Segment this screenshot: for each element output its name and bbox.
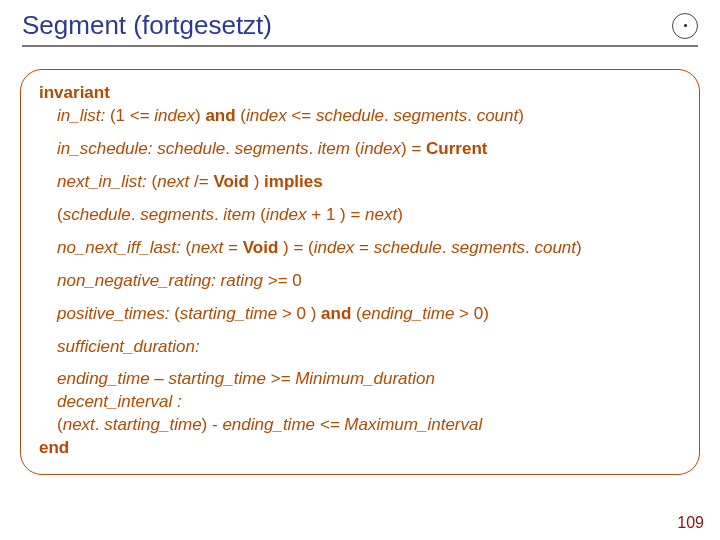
clause-token: decent_interval : bbox=[57, 392, 182, 411]
clause-token: item bbox=[318, 139, 355, 158]
clause-token: . bbox=[467, 106, 476, 125]
clause-token: . bbox=[214, 205, 223, 224]
slide: Segment (fortgesetzt) invariant in_list:… bbox=[0, 0, 720, 540]
clause-token: . bbox=[308, 139, 317, 158]
clause-token: Void bbox=[213, 172, 253, 191]
clause-token: = bbox=[228, 238, 243, 257]
invariant-clause: (next. starting_time) - ending_time <= M… bbox=[57, 414, 681, 437]
clause-token: index bbox=[314, 238, 359, 257]
invariant-clause: non_negative_rating: rating >= 0 bbox=[57, 270, 681, 293]
clause-token: segments bbox=[393, 106, 467, 125]
clause-token: ) - bbox=[202, 415, 223, 434]
invariant-clause: decent_interval : bbox=[57, 391, 681, 414]
clause-token: . bbox=[442, 238, 451, 257]
clause-token: schedule bbox=[63, 205, 131, 224]
clause-token: > 0 ) bbox=[282, 304, 321, 323]
clause-token: ) bbox=[576, 238, 582, 257]
clause-token: in_list: bbox=[57, 106, 110, 125]
slide-title: Segment (fortgesetzt) bbox=[22, 10, 272, 41]
clause-token: >= 0 bbox=[268, 271, 302, 290]
clause-token: schedule bbox=[374, 238, 442, 257]
clause-token: ) bbox=[518, 106, 524, 125]
clause-token: . bbox=[525, 238, 534, 257]
clause-token: schedule bbox=[316, 106, 384, 125]
clause-token: implies bbox=[264, 172, 323, 191]
clause-token: segments bbox=[451, 238, 525, 257]
clause-token: = bbox=[359, 238, 374, 257]
invariant-clause: in_schedule: schedule. segments. item (i… bbox=[57, 138, 681, 161]
clause-token: next_in_list: bbox=[57, 172, 152, 191]
clause-token: . bbox=[95, 415, 104, 434]
clause-token: positive_times: bbox=[57, 304, 174, 323]
clause-token: <= bbox=[287, 106, 316, 125]
clause-token: no_next_iff_last: bbox=[57, 238, 186, 257]
clause-token: in_schedule: schedule bbox=[57, 139, 225, 158]
clause-token: count bbox=[477, 106, 519, 125]
clause-token: ( bbox=[351, 304, 361, 323]
clause-token: + 1 ) = bbox=[311, 205, 365, 224]
clause-token: /= bbox=[194, 172, 213, 191]
clause-token: . bbox=[131, 205, 140, 224]
clause-token: next bbox=[365, 205, 397, 224]
clause-token: ending_time <= Maximum_interval bbox=[222, 415, 482, 434]
clause-token: starting_time bbox=[104, 415, 201, 434]
clause-token: next bbox=[191, 238, 228, 257]
clause-token: segments bbox=[140, 205, 214, 224]
clause-token: ending_time – starting_time >= Minimum_d… bbox=[57, 369, 435, 388]
invariant-clause: positive_times: (starting_time > 0 ) and… bbox=[57, 303, 681, 326]
clause-token: segments bbox=[235, 139, 309, 158]
clause-token: index bbox=[266, 205, 311, 224]
clause-token: . bbox=[225, 139, 234, 158]
clause-token: ) = ( bbox=[283, 238, 314, 257]
title-row: Segment (fortgesetzt) bbox=[22, 10, 698, 47]
clause-token: = bbox=[407, 139, 426, 158]
clause-token: index bbox=[360, 139, 401, 158]
invariant-clause: in_list: (1 <= index) and (index <= sche… bbox=[57, 105, 681, 128]
clause-token: index bbox=[246, 106, 287, 125]
clause-token: and bbox=[205, 106, 235, 125]
invariant-clause: ending_time – starting_time >= Minimum_d… bbox=[57, 368, 681, 391]
clause-token: count bbox=[534, 238, 576, 257]
clause-token: (1 <= bbox=[110, 106, 154, 125]
clause-token: next bbox=[63, 415, 95, 434]
clause-token: sufficient_duration: bbox=[57, 337, 200, 356]
invariant-clauses: in_list: (1 <= index) and (index <= sche… bbox=[39, 105, 681, 437]
clause-token: next bbox=[157, 172, 194, 191]
clause-token: ending_time bbox=[362, 304, 459, 323]
invariant-keyword: invariant bbox=[39, 82, 681, 105]
invariant-clause: next_in_list: (next /= Void ) implies bbox=[57, 171, 681, 194]
clause-token: item bbox=[223, 205, 260, 224]
clause-token: ) bbox=[397, 205, 403, 224]
clause-token: ) bbox=[254, 172, 264, 191]
clause-token: starting_time bbox=[180, 304, 282, 323]
end-keyword: end bbox=[39, 437, 681, 460]
invariant-clause: sufficient_duration: bbox=[57, 336, 681, 359]
clause-token: ( bbox=[236, 106, 246, 125]
clause-token: ) bbox=[195, 106, 205, 125]
clause-token: non_negative_rating: rating bbox=[57, 271, 268, 290]
page-number: 109 bbox=[677, 514, 704, 532]
invariant-box: invariant in_list: (1 <= index) and (ind… bbox=[20, 69, 700, 475]
invariant-clause: (schedule. segments. item (index + 1 ) =… bbox=[57, 204, 681, 227]
ring-logo-icon bbox=[672, 13, 698, 39]
clause-token: > 0) bbox=[459, 304, 489, 323]
clause-token: index bbox=[154, 106, 195, 125]
clause-token: and bbox=[321, 304, 351, 323]
invariant-clause: no_next_iff_last: (next = Void ) = (inde… bbox=[57, 237, 681, 260]
clause-token: Void bbox=[243, 238, 283, 257]
clause-token: Current bbox=[426, 139, 487, 158]
